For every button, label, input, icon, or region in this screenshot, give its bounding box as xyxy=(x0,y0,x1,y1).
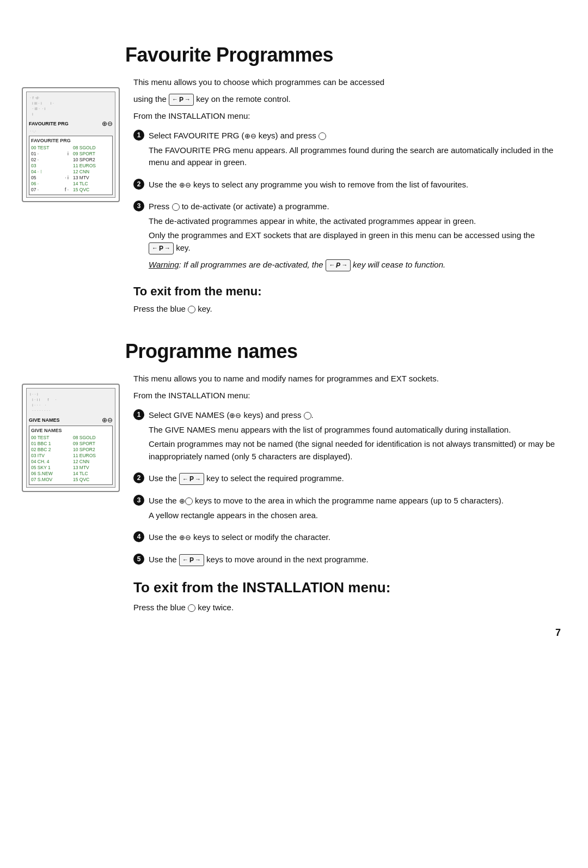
intro-line-3: From the INSTALLATION menu: xyxy=(133,110,555,123)
tv-remote-icons-givenames: ⊕⊖ xyxy=(102,416,113,424)
tv-menu-item: 03 ITV xyxy=(31,453,69,458)
step-text-5-givenames: Use the ← P → keys to move around in the… xyxy=(149,554,555,566)
exit-favourite-text: Press the blue key. xyxy=(133,303,555,315)
step-num-1-givenames: 1 xyxy=(133,409,144,420)
circ-icon-step3 xyxy=(185,497,193,505)
tv-menu-cols-favourite: 00 TEST 01 ·i 02 · 03 04 · ⁝ 05· i 06 · … xyxy=(31,145,111,193)
step-2-favourite: 2 Use the ⊕⊖ keys to select any programm… xyxy=(133,179,555,193)
tv-menu-givenames: GIVE NAMES 00 TEST 01 BBC 1 02 BBC 2 03 … xyxy=(29,426,113,485)
step-detail-1a-givenames: The GIVE NAMES menu appears with the lis… xyxy=(149,424,555,436)
blue-circle-key-gn xyxy=(188,604,195,612)
tv-menu-right-favourite: 08 SGOLD 09 SPORT 10 SPOR2 11 EUROS 12 C… xyxy=(73,145,111,193)
intro-line-2: using the ← P → key on the remote contro… xyxy=(133,93,555,106)
tv-screen-favourite: · f ·d· i iii · ii · · ill ·· i i xyxy=(26,92,115,198)
step-body-1-givenames: Select GIVE NAMES (⊕⊖ keys) and press . … xyxy=(149,409,555,465)
step-num-1-favourite: 1 xyxy=(133,130,144,141)
blue-circle-key xyxy=(188,306,195,313)
p-plus-minus-key: ← P → xyxy=(169,94,194,106)
step-text-2-favourite: Use the ⊕⊖ keys to select any programme … xyxy=(149,179,555,191)
favourite-programmes-content: This menu allows you to choose which pro… xyxy=(133,76,555,319)
power-circle-icon xyxy=(318,132,326,140)
step-text-3a-favourite: Press to de-activate (or activate) a pro… xyxy=(149,201,555,213)
step-detail-3-givenames: A yellow rectangle appears in the chosen… xyxy=(149,509,555,522)
p-key-step3: ← P → xyxy=(149,242,174,254)
p-key-step2-gn: ← P → xyxy=(179,473,204,485)
tv-menu-item: 02 BBC 2 xyxy=(31,447,69,452)
step-detail-1b-givenames: Certain programmes may not be named (the… xyxy=(149,438,555,463)
tv-menu-item: 15 QVC xyxy=(73,187,111,192)
step-num-3-givenames: 3 xyxy=(133,495,144,506)
tv-menu-item: 15 QVC xyxy=(73,477,111,482)
tv-menu-item: 03 xyxy=(31,163,69,168)
step-num-4-givenames: 4 xyxy=(133,531,144,542)
step-5-givenames: 5 Use the ← P → keys to move around in t… xyxy=(133,554,555,568)
tv-menu-cols-givenames: 00 TEST 01 BBC 1 02 BBC 2 03 ITV 04 CH. … xyxy=(31,435,111,483)
step-num-5-givenames: 5 xyxy=(133,554,144,564)
tv-menu-item: 05· i xyxy=(31,175,69,180)
tv-label-row-givenames: GIVE NAMES ⊕⊖ xyxy=(29,416,113,424)
power-icon-gn1 xyxy=(304,412,311,420)
tv-menu-item: 10 SPOR2 xyxy=(73,447,111,452)
step-body-2-givenames: Use the ← P → key to select the required… xyxy=(149,472,555,487)
programme-names-heading: Programme names xyxy=(125,340,555,363)
tv-menu-item: 12 CNN xyxy=(73,169,111,174)
tv-menu-right-givenames: 08 SGOLD 09 SPORT 10 SPOR2 11 EUROS 12 C… xyxy=(73,435,111,483)
step-body-2-favourite: Use the ⊕⊖ keys to select any programme … xyxy=(149,179,555,193)
step-1-givenames: 1 Select GIVE NAMES (⊕⊖ keys) and press … xyxy=(133,409,555,465)
tv-screen-givenames: i · · i i · i if· i · · ·· · · · · · · ·… xyxy=(26,388,115,488)
intro-givenames-1: This menu allows you to name and modify … xyxy=(133,373,555,385)
tv-menu-title-favourite: FAVOURITE PRG xyxy=(31,138,111,143)
tv-menu-item: 05 SKY 1 xyxy=(31,465,69,470)
tv-menu-item: 09 SPORT xyxy=(73,151,111,156)
tv-menu-item: 06 · xyxy=(31,181,69,186)
exit-givenames-section: To exit from the INSTALLATION menu: Pres… xyxy=(133,579,555,614)
step-4-givenames: 4 Use the ⊕⊖ keys to select or modify th… xyxy=(133,531,555,546)
favourite-programmes-section: Favourite Programmes · f ·d· i iii · ii … xyxy=(22,44,555,319)
tv-label-row-favourite: FAVOURITE PRG ⊕⊖ xyxy=(29,120,113,128)
favourite-programmes-image: · f ·d· i iii · ii · · ill ·· i i xyxy=(22,76,122,319)
page-number: 7 xyxy=(555,627,561,639)
tv-menu-item: 04 · ⁝ xyxy=(31,169,69,174)
step-3-favourite: 3 Press to de-activate (or activate) a p… xyxy=(133,201,555,274)
tv-menu-item: 11 EUROS xyxy=(73,163,111,168)
step-text-2-givenames: Use the ← P → key to select the required… xyxy=(149,472,555,485)
tv-menu-item: 14 TLC xyxy=(73,471,111,476)
step-num-2-favourite: 2 xyxy=(133,179,144,190)
tv-menu-item: 04 CH. 4 xyxy=(31,459,69,464)
exit-givenames-text: Press the blue key twice. xyxy=(133,602,555,614)
tv-menu-item: 12 CNN xyxy=(73,459,111,464)
tv-menu-item: 01 BBC 1 xyxy=(31,441,69,446)
p-key-warning: ← P → xyxy=(326,259,351,271)
step-detail-1-favourite: The FAVOURITE PRG menu appears. All prog… xyxy=(149,144,555,169)
step-text-3-givenames: Use the ⊕ keys to move to the area in wh… xyxy=(149,495,555,507)
step-2-givenames: 2 Use the ← P → key to select the requir… xyxy=(133,472,555,487)
exit-favourite-heading: To exit from the menu: xyxy=(133,284,555,299)
exit-givenames-heading: To exit from the INSTALLATION menu: xyxy=(133,579,555,596)
exit-favourite-section: To exit from the menu: Press the blue ke… xyxy=(133,284,555,315)
tv-menu-item: 07 ·f · xyxy=(31,187,69,192)
warning-text-favourite: Warning: If all programmes are de-activa… xyxy=(149,259,555,271)
step-body-4-givenames: Use the ⊕⊖ keys to select or modify the … xyxy=(149,531,555,546)
tv-menu-item: 00 TEST xyxy=(31,435,69,440)
step-text-3b-favourite: The de-activated programmes appear in wh… xyxy=(149,215,555,228)
tv-menu-item: 06 S.NEW xyxy=(31,471,69,476)
step-num-3-favourite: 3 xyxy=(133,201,144,211)
tv-screen-top-givenames: i · · i i · i if· i · · ·· · · · · · · ·… xyxy=(29,392,113,413)
programme-names-section: Programme names i · · i i · i if· xyxy=(22,340,555,618)
programme-names-content: This menu allows you to name and modify … xyxy=(133,373,555,618)
step-3-givenames: 3 Use the ⊕ keys to move to the area in … xyxy=(133,495,555,524)
tv-menu-item: 13 MTV xyxy=(73,175,111,180)
tv-screen-title-favourite: FAVOURITE PRG xyxy=(29,121,69,126)
tv-menu-item: 14 TLC xyxy=(73,181,111,186)
tv-menu-item: 11 EUROS xyxy=(73,453,111,458)
step-body-5-givenames: Use the ← P → keys to move around in the… xyxy=(149,554,555,568)
tv-menu-item: 10 SPOR2 xyxy=(73,157,111,162)
tv-menu-item: 13 MTV xyxy=(73,465,111,470)
page: Favourite Programmes · f ·d· i iii · ii … xyxy=(0,22,588,655)
step-body-1-favourite: Select FAVOURITE PRG (⊕⊖ keys) and press… xyxy=(149,130,555,171)
tv-menu-left-favourite: 00 TEST 01 ·i 02 · 03 04 · ⁝ 05· i 06 · … xyxy=(31,145,69,193)
p-key-step5-gn: ← P → xyxy=(179,554,204,566)
power-icon-step3 xyxy=(172,203,180,211)
tv-menu-item: 08 SGOLD xyxy=(73,145,111,150)
tv-menu-title-givenames: GIVE NAMES xyxy=(31,428,111,433)
